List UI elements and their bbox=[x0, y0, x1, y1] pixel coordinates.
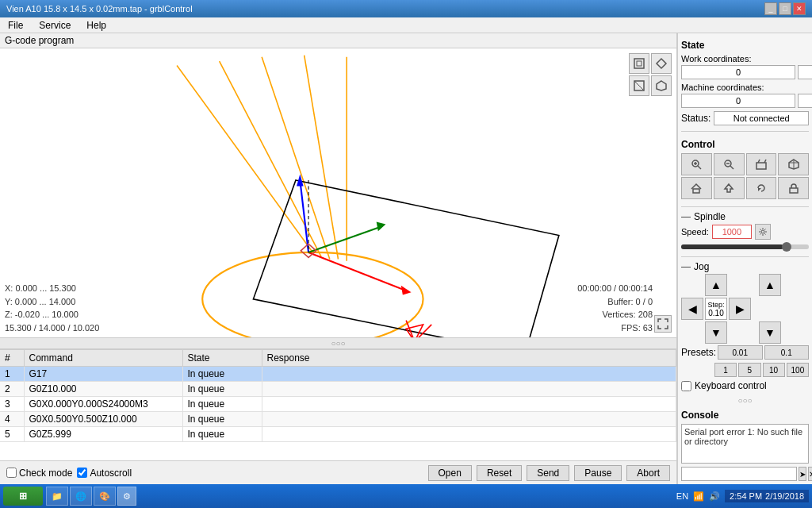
work-coords-row bbox=[681, 65, 809, 79]
stat-vertices: Vertices: 208 bbox=[577, 308, 653, 321]
abort-button[interactable]: Abort bbox=[626, 465, 670, 481]
taskbar-chrome[interactable]: 🌐 bbox=[70, 487, 92, 506]
maximize-button[interactable]: □ bbox=[779, 2, 791, 15]
volume-icon: 🔊 bbox=[709, 491, 720, 502]
view-btn-top[interactable] bbox=[629, 53, 649, 74]
spindle-row: Speed: bbox=[681, 224, 809, 240]
stat-fps: FPS: 63 bbox=[577, 321, 653, 335]
table-row[interactable]: 1 G17 In queue bbox=[0, 367, 676, 382]
machine-coords-label: Machine coordinates: bbox=[681, 83, 809, 92]
cell-num: 2 bbox=[0, 382, 24, 397]
minimize-button[interactable]: _ bbox=[764, 2, 777, 15]
jog-z-minus[interactable]: ▼ bbox=[759, 321, 781, 344]
coord-pos: 15.300 / 14.000 / 10.020 bbox=[5, 321, 99, 335]
stat-time: 00:00:00 / 00:00:14 bbox=[577, 282, 653, 295]
stat-buffer: Buffer: 0 / 0 bbox=[577, 295, 653, 309]
table-row[interactable]: 5 G0Z5.999 In queue bbox=[0, 427, 676, 442]
titlebar-controls[interactable]: _ □ ✕ bbox=[764, 2, 806, 15]
gcode-label: G-code program bbox=[0, 33, 676, 48]
menu-help[interactable]: Help bbox=[82, 18, 111, 33]
taskbar-tray: EN 📶 🔊 2:54 PM 2/19/2018 bbox=[676, 490, 809, 502]
jog-x-minus[interactable]: ◀ bbox=[681, 298, 703, 320]
taskbar-explorer[interactable]: 📁 bbox=[46, 487, 68, 506]
ctrl-zoom-out[interactable] bbox=[714, 153, 745, 175]
jog-z-plus[interactable]: ▲ bbox=[759, 274, 781, 296]
status-label: Status: bbox=[681, 113, 710, 124]
console-dots: ○○○ bbox=[681, 396, 809, 405]
canvas-svg bbox=[0, 48, 676, 337]
coord-z: Z: -0.020 ... 10.000 bbox=[5, 308, 99, 321]
ctrl-home[interactable] bbox=[681, 177, 712, 199]
console-input[interactable] bbox=[681, 467, 797, 481]
jog-y-plus[interactable]: ▲ bbox=[705, 274, 727, 296]
taskbar: ⊞ 📁 🌐 🎨 ⚙ EN 📶 🔊 2:54 PM 2/19/2018 bbox=[0, 484, 812, 508]
jog-x-plus[interactable]: ▶ bbox=[729, 298, 751, 320]
autoscroll-checkbox[interactable] bbox=[77, 468, 87, 478]
reset-button[interactable]: Reset bbox=[477, 465, 522, 481]
view-btn-iso[interactable] bbox=[651, 75, 672, 96]
ctrl-lock[interactable] bbox=[778, 177, 809, 199]
keyboard-control-checkbox[interactable] bbox=[681, 381, 691, 391]
console-clear-button[interactable]: ✕ bbox=[808, 467, 812, 481]
ctrl-move-up[interactable] bbox=[714, 177, 745, 199]
ctrl-rotate[interactable] bbox=[746, 177, 777, 199]
pause-button[interactable]: Pause bbox=[574, 465, 622, 481]
menu-service[interactable]: Service bbox=[34, 18, 75, 33]
menu-file[interactable]: File bbox=[3, 18, 28, 33]
work-coords-label: Work coordinates: bbox=[681, 54, 809, 64]
preset-10[interactable]: 10 bbox=[763, 363, 785, 377]
start-button[interactable]: ⊞ bbox=[3, 487, 43, 506]
console-area: Serial port error 1: No such file or dir… bbox=[681, 424, 809, 464]
preset-01[interactable]: 0.1 bbox=[764, 345, 810, 360]
console-label: Console bbox=[681, 410, 809, 421]
view-btn-front[interactable] bbox=[651, 53, 672, 74]
check-mode-checkbox[interactable] bbox=[6, 468, 17, 478]
send-button[interactable]: Send bbox=[527, 465, 569, 481]
spindle-speed-input[interactable] bbox=[712, 225, 752, 239]
expand-button[interactable] bbox=[654, 315, 672, 333]
check-mode-label: Check mode bbox=[19, 468, 72, 479]
ctrl-view2[interactable] bbox=[778, 153, 809, 175]
cell-response bbox=[262, 397, 676, 412]
machine-y[interactable] bbox=[798, 94, 812, 108]
status-row: Status: Not connected bbox=[681, 111, 809, 125]
ctrl-zoom-in[interactable] bbox=[681, 153, 712, 175]
check-mode-group: Check mode bbox=[6, 468, 72, 479]
status-value: Not connected bbox=[714, 111, 809, 125]
view-btn-side[interactable] bbox=[629, 75, 649, 96]
window-title: Vien A10 15.8 x 14.5 x 0.02mm.tap - grbl… bbox=[6, 4, 193, 13]
table-row[interactable]: 3 G0X0.000Y0.000S24000M3 In queue bbox=[0, 397, 676, 412]
spindle-slider-track[interactable] bbox=[681, 244, 809, 249]
machine-coords-row bbox=[681, 94, 809, 108]
preset-5[interactable]: 5 bbox=[738, 363, 760, 377]
taskbar-grbl[interactable]: ⚙ bbox=[117, 487, 136, 506]
open-button[interactable]: Open bbox=[428, 465, 472, 481]
console-send-button[interactable]: ➤ bbox=[799, 467, 806, 481]
tray-area: 2:54 PM 2/19/2018 bbox=[725, 490, 809, 502]
presets-row-2: 1 5 10 100 bbox=[681, 363, 809, 377]
ctrl-view1[interactable] bbox=[746, 153, 777, 175]
coord-info: X: 0.000 ... 15.300 Y: 0.000 ... 14.000 … bbox=[5, 282, 99, 334]
svg-rect-32 bbox=[756, 163, 766, 169]
chrome-icon: 🌐 bbox=[75, 491, 86, 502]
titlebar: Vien A10 15.8 x 14.5 x 0.02mm.tap - grbl… bbox=[0, 0, 812, 17]
cell-num: 1 bbox=[0, 367, 24, 382]
work-y[interactable] bbox=[798, 65, 812, 79]
viewport[interactable]: X: 0.000 ... 15.300 Y: 0.000 ... 14.000 … bbox=[0, 48, 676, 337]
close-button[interactable]: ✕ bbox=[793, 2, 806, 15]
table-row[interactable]: 2 G0Z10.000 In queue bbox=[0, 382, 676, 397]
machine-x[interactable] bbox=[681, 94, 795, 108]
paint-icon: 🎨 bbox=[99, 491, 110, 502]
jog-y-minus[interactable]: ▼ bbox=[705, 321, 727, 344]
cell-response bbox=[262, 367, 676, 382]
gcode-table-container[interactable]: # Command State Response 1 G17 In queue … bbox=[0, 349, 676, 460]
spindle-gear-icon[interactable] bbox=[755, 224, 771, 240]
autoscroll-group: Autoscroll bbox=[77, 468, 132, 479]
preset-1[interactable]: 1 bbox=[714, 363, 737, 377]
preset-100[interactable]: 100 bbox=[787, 363, 809, 377]
taskbar-paint[interactable]: 🎨 bbox=[94, 487, 116, 506]
coord-y: Y: 0.000 ... 14.000 bbox=[5, 295, 99, 309]
preset-001[interactable]: 0.01 bbox=[718, 345, 763, 360]
table-row[interactable]: 4 G0X0.500Y0.500Z10.000 In queue bbox=[0, 412, 676, 427]
work-x[interactable] bbox=[681, 65, 795, 79]
